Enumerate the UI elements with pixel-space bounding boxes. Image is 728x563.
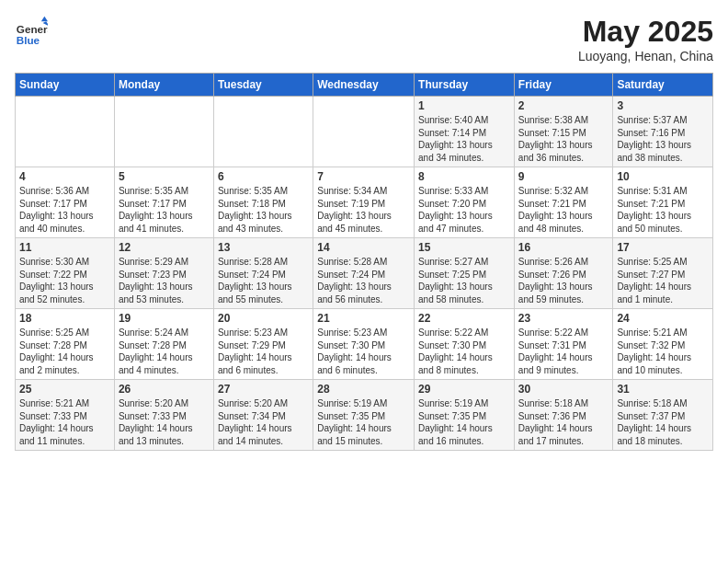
day-info: Sunrise: 5:30 AM Sunset: 7:22 PM Dayligh… [19,256,110,305]
weekday-wednesday: Wednesday [313,74,415,97]
day-info: Sunrise: 5:22 AM Sunset: 7:30 PM Dayligh… [418,327,510,376]
day-info: Sunrise: 5:33 AM Sunset: 7:20 PM Dayligh… [418,185,510,235]
calendar-cell: 21Sunrise: 5:23 AM Sunset: 7:30 PM Dayli… [313,309,415,380]
calendar-cell: 22Sunrise: 5:22 AM Sunset: 7:30 PM Dayli… [415,309,515,380]
logo: General Blue [15,15,48,48]
day-info: Sunrise: 5:23 AM Sunset: 7:29 PM Dayligh… [218,327,309,376]
day-number: 15 [418,241,510,254]
day-info: Sunrise: 5:35 AM Sunset: 7:17 PM Dayligh… [119,185,210,235]
day-info: Sunrise: 5:21 AM Sunset: 7:33 PM Dayligh… [19,397,110,447]
day-number: 4 [19,170,110,183]
calendar-cell: 3Sunrise: 5:37 AM Sunset: 7:16 PM Daylig… [613,97,713,167]
location: Luoyang, Henan, China [578,49,713,63]
day-info: Sunrise: 5:29 AM Sunset: 7:23 PM Dayligh… [119,256,210,305]
day-number: 17 [617,241,709,254]
day-info: Sunrise: 5:26 AM Sunset: 7:26 PM Dayligh… [518,256,609,305]
month-title: May 2025 [578,15,713,49]
calendar-cell: 19Sunrise: 5:24 AM Sunset: 7:28 PM Dayli… [114,309,213,380]
weekday-thursday: Thursday [415,74,515,97]
day-number: 18 [19,312,110,325]
calendar-cell: 7Sunrise: 5:34 AM Sunset: 7:19 PM Daylig… [313,167,415,238]
day-number: 24 [617,312,709,325]
page-header: General Blue May 2025 Luoyang, Henan, Ch… [15,15,713,63]
day-info: Sunrise: 5:19 AM Sunset: 7:35 PM Dayligh… [317,397,410,447]
calendar-cell: 10Sunrise: 5:31 AM Sunset: 7:21 PM Dayli… [613,167,713,238]
weekday-monday: Monday [114,74,213,97]
day-number: 30 [518,383,609,396]
svg-text:Blue: Blue [17,34,40,46]
day-number: 16 [518,241,609,254]
day-info: Sunrise: 5:28 AM Sunset: 7:24 PM Dayligh… [317,256,410,305]
day-number: 23 [518,312,609,325]
day-info: Sunrise: 5:28 AM Sunset: 7:24 PM Dayligh… [218,256,309,305]
title-block: May 2025 Luoyang, Henan, China [578,15,713,63]
calendar-cell: 30Sunrise: 5:18 AM Sunset: 7:36 PM Dayli… [514,380,613,451]
calendar-cell: 14Sunrise: 5:28 AM Sunset: 7:24 PM Dayli… [313,238,415,309]
weekday-tuesday: Tuesday [213,74,313,97]
day-number: 9 [518,170,609,183]
day-number: 20 [218,312,309,325]
day-number: 22 [418,312,510,325]
calendar-table: SundayMondayTuesdayWednesdayThursdayFrid… [15,73,713,451]
weekday-sunday: Sunday [16,74,115,97]
day-number: 3 [617,99,709,112]
day-number: 14 [317,241,410,254]
calendar-cell: 1Sunrise: 5:40 AM Sunset: 7:14 PM Daylig… [415,97,515,167]
calendar-cell [114,97,213,167]
day-number: 13 [218,241,309,254]
calendar-cell: 31Sunrise: 5:18 AM Sunset: 7:37 PM Dayli… [613,380,713,451]
calendar-cell: 13Sunrise: 5:28 AM Sunset: 7:24 PM Dayli… [213,238,313,309]
calendar-cell: 4Sunrise: 5:36 AM Sunset: 7:17 PM Daylig… [16,167,115,238]
week-row-2: 4Sunrise: 5:36 AM Sunset: 7:17 PM Daylig… [16,167,713,238]
calendar-cell: 8Sunrise: 5:33 AM Sunset: 7:20 PM Daylig… [415,167,515,238]
day-info: Sunrise: 5:35 AM Sunset: 7:18 PM Dayligh… [218,185,309,235]
day-info: Sunrise: 5:19 AM Sunset: 7:35 PM Dayligh… [418,397,510,447]
week-row-4: 18Sunrise: 5:25 AM Sunset: 7:28 PM Dayli… [16,309,713,380]
calendar-cell: 2Sunrise: 5:38 AM Sunset: 7:15 PM Daylig… [514,97,613,167]
day-info: Sunrise: 5:38 AM Sunset: 7:15 PM Dayligh… [518,114,609,164]
calendar-cell: 6Sunrise: 5:35 AM Sunset: 7:18 PM Daylig… [213,167,313,238]
day-number: 21 [317,312,410,325]
week-row-3: 11Sunrise: 5:30 AM Sunset: 7:22 PM Dayli… [16,238,713,309]
calendar-cell: 18Sunrise: 5:25 AM Sunset: 7:28 PM Dayli… [16,309,115,380]
day-info: Sunrise: 5:25 AM Sunset: 7:27 PM Dayligh… [617,256,709,305]
week-row-1: 1Sunrise: 5:40 AM Sunset: 7:14 PM Daylig… [16,97,713,167]
calendar-cell: 25Sunrise: 5:21 AM Sunset: 7:33 PM Dayli… [16,380,115,451]
weekday-header-row: SundayMondayTuesdayWednesdayThursdayFrid… [16,74,713,97]
calendar-cell: 24Sunrise: 5:21 AM Sunset: 7:32 PM Dayli… [613,309,713,380]
day-number: 25 [19,383,110,396]
day-number: 29 [418,383,510,396]
calendar-cell: 29Sunrise: 5:19 AM Sunset: 7:35 PM Dayli… [415,380,515,451]
day-number: 7 [317,170,410,183]
calendar-cell: 9Sunrise: 5:32 AM Sunset: 7:21 PM Daylig… [514,167,613,238]
calendar-cell [313,97,415,167]
day-info: Sunrise: 5:18 AM Sunset: 7:36 PM Dayligh… [518,397,609,447]
logo-icon: General Blue [15,15,48,48]
day-info: Sunrise: 5:20 AM Sunset: 7:34 PM Dayligh… [218,397,309,447]
week-row-5: 25Sunrise: 5:21 AM Sunset: 7:33 PM Dayli… [16,380,713,451]
day-info: Sunrise: 5:34 AM Sunset: 7:19 PM Dayligh… [317,185,410,235]
day-number: 5 [119,170,210,183]
day-number: 6 [218,170,309,183]
calendar-cell: 17Sunrise: 5:25 AM Sunset: 7:27 PM Dayli… [613,238,713,309]
weekday-saturday: Saturday [613,74,713,97]
calendar-cell: 11Sunrise: 5:30 AM Sunset: 7:22 PM Dayli… [16,238,115,309]
day-number: 8 [418,170,510,183]
day-info: Sunrise: 5:36 AM Sunset: 7:17 PM Dayligh… [19,185,110,235]
calendar-cell: 16Sunrise: 5:26 AM Sunset: 7:26 PM Dayli… [514,238,613,309]
day-number: 1 [418,99,510,112]
calendar-cell: 28Sunrise: 5:19 AM Sunset: 7:35 PM Dayli… [313,380,415,451]
svg-marker-2 [41,17,48,21]
day-info: Sunrise: 5:40 AM Sunset: 7:14 PM Dayligh… [418,114,510,164]
day-info: Sunrise: 5:31 AM Sunset: 7:21 PM Dayligh… [617,185,709,235]
calendar-cell: 27Sunrise: 5:20 AM Sunset: 7:34 PM Dayli… [213,380,313,451]
calendar-cell: 20Sunrise: 5:23 AM Sunset: 7:29 PM Dayli… [213,309,313,380]
day-number: 28 [317,383,410,396]
day-number: 11 [19,241,110,254]
day-number: 12 [119,241,210,254]
day-number: 27 [218,383,309,396]
calendar-cell: 12Sunrise: 5:29 AM Sunset: 7:23 PM Dayli… [114,238,213,309]
day-info: Sunrise: 5:37 AM Sunset: 7:16 PM Dayligh… [617,114,709,164]
calendar-cell: 5Sunrise: 5:35 AM Sunset: 7:17 PM Daylig… [114,167,213,238]
calendar-cell [16,97,115,167]
